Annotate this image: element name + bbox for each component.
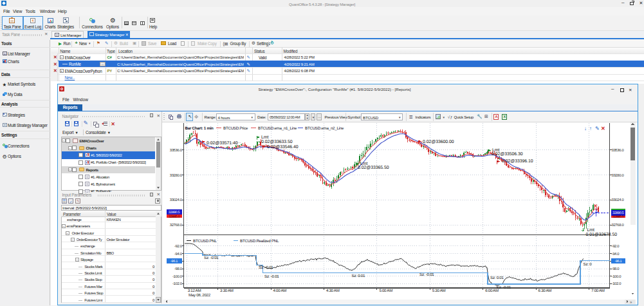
svg-text:33536.0: 33536.0 (170, 148, 182, 153)
svg-text:33024.0: 33024.0 (612, 198, 624, 202)
svg-text:Sz: 0.01: Sz: 0.01 (352, 274, 366, 278)
svg-text:Sz: -0.01: Sz: -0.01 (259, 265, 273, 270)
svg-text:BTCUSD.Price: BTCUSD.Price (223, 126, 248, 131)
svg-text:0.02@33396.10: 0.02@33396.10 (502, 159, 533, 164)
svg-text:↑: ↑ (589, 126, 592, 131)
svg-text:BTCUSD.ema_n1_Line: BTCUSD.ema_n1_Line (258, 126, 297, 131)
svg-text:↓: ↓ (584, 126, 587, 131)
svg-text:Sz: -0.01: Sz: -0.01 (204, 256, 219, 260)
svg-text:32768.0: 32768.0 (612, 223, 624, 227)
svg-text:-98.0: -98.0 (612, 267, 620, 271)
svg-text:33536.0: 33536.0 (612, 148, 624, 153)
svg-text:4:30 AM: 4:30 AM (326, 289, 340, 293)
svg-text:6:30 AM: 6:30 AM (538, 289, 552, 293)
svg-text:0.02@33546.40: 0.02@33546.40 (267, 145, 299, 149)
svg-text:3:12 AM: 3:12 AM (188, 289, 201, 293)
svg-text:33280.0: 33280.0 (170, 173, 182, 178)
svg-text:32885.0: 32885.0 (169, 215, 180, 219)
svg-text:Sz: 0: Sz: 0 (584, 262, 593, 267)
svg-text:Sz: 0.01: Sz: 0.01 (490, 276, 504, 280)
svg-text:7:00 AM: 7:00 AM (591, 289, 605, 293)
svg-text:33280.0: 33280.0 (612, 173, 624, 178)
svg-text:BTCUSD.ema_n2_Line: BTCUSD.ema_n2_Line (305, 126, 344, 131)
svg-text:-102.0: -102.0 (172, 282, 182, 286)
svg-text:BTCUSD.PNL: BTCUSD.PNL (193, 239, 217, 244)
svg-text:-92.0: -92.0 (174, 244, 182, 249)
svg-text:-96.1: -96.1 (614, 260, 621, 263)
svg-text:32890.5: 32890.5 (169, 211, 180, 215)
svg-text:0.02@33365.50: 0.02@33365.50 (358, 166, 389, 170)
svg-text:Sz: -0.01: Sz: -0.01 (264, 274, 279, 279)
svg-text:5:00 AM: 5:00 AM (379, 289, 392, 293)
svg-text:-102.0: -102.0 (612, 282, 621, 286)
svg-text:3:30 AM: 3:30 AM (220, 289, 234, 293)
svg-text:-98.0: -98.0 (174, 267, 182, 271)
svg-text:4:00 AM: 4:00 AM (273, 289, 287, 293)
svg-text:32885.0: 32885.0 (612, 215, 624, 219)
svg-text:32768.0: 32768.0 (170, 223, 182, 227)
svg-text:Bar Chart: 1 min: Bar Chart: 1 min (185, 126, 214, 131)
svg-text:0.01@32678.50: 0.01@32678.50 (586, 233, 618, 237)
svg-text:5:30 AM: 5:30 AM (432, 289, 446, 293)
svg-text:33024.0: 33024.0 (170, 198, 182, 202)
svg-text:✕: ✕ (601, 126, 605, 131)
svg-text:0.02@33571.40: 0.02@33571.40 (207, 141, 238, 146)
svg-text:-94.0: -94.0 (174, 252, 182, 256)
svg-text:0.02@33506.30: 0.02@33506.30 (492, 152, 523, 157)
svg-text:-92.0: -92.0 (612, 244, 620, 249)
svg-text:0.02@33600.00: 0.02@33600.00 (423, 140, 454, 144)
svg-text:-96.1: -96.1 (170, 260, 178, 263)
svg-text:BTCUSD.Realized PNL: BTCUSD.Realized PNL (240, 239, 279, 244)
svg-text:-94.0: -94.0 (612, 252, 620, 256)
svg-text:-100.0: -100.0 (612, 274, 621, 279)
svg-text:✎: ✎ (595, 126, 600, 131)
svg-text:0.02@33633.50: 0.02@33633.50 (261, 140, 293, 144)
svg-text:-100.0: -100.0 (172, 274, 182, 279)
svg-text:Sz: -0.01: Sz: -0.01 (419, 273, 434, 277)
svg-text:May 08, 2022: May 08, 2022 (189, 293, 211, 298)
svg-text:Sz: -0.01: Sz: -0.01 (497, 285, 511, 290)
